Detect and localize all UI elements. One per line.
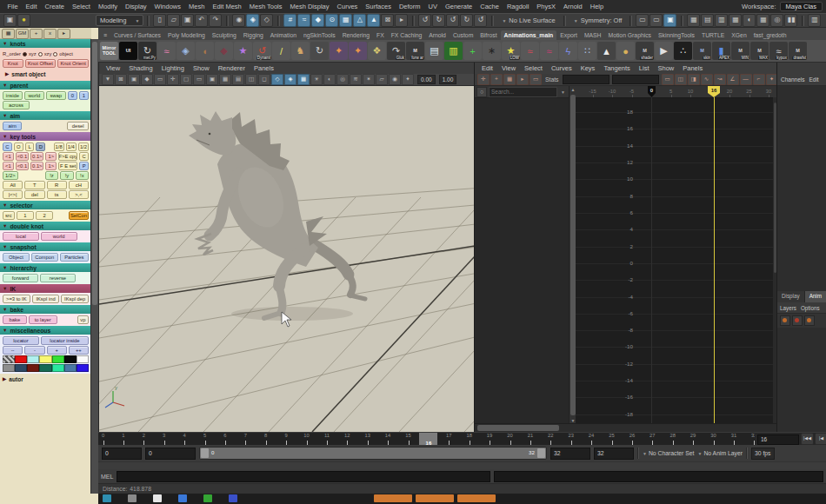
playback-start-field[interactable]: 0 [145,448,196,460]
shelf-tab-poly-modeling[interactable]: Poly Modeling [164,30,209,40]
button-ikspl-ind[interactable]: IKspl ind [32,295,60,303]
forward-arrow-icon[interactable]: Mforw ar [406,42,424,60]
menu-file[interactable]: File [3,3,22,10]
color-swatch-12[interactable] [52,364,64,372]
exposure-icon[interactable]: ✦ [402,74,414,85]
shelf-tab-skinningtools[interactable]: SkinningTools [655,30,698,40]
region-tool-icon[interactable]: ▭ [530,74,542,85]
shelf-tab-fast-gredoth[interactable]: fast_gredoth [750,30,790,40]
section-key-tools-header[interactable]: ▼key tools [0,132,91,141]
menu-edit[interactable]: Edit [22,3,41,10]
button-world[interactable]: world [41,232,77,241]
gate-mask-icon[interactable]: ▦ [219,74,231,85]
menu-mesh[interactable]: Mesh [185,3,209,10]
button-1[interactable]: 1 [17,211,34,220]
button-1[interactable]: 1> [45,152,57,161]
pause-icon[interactable]: ▮▮ [784,14,797,27]
button-particles[interactable]: Particles [60,253,89,262]
viewport-menu-view[interactable]: View [102,64,124,72]
button-item[interactable]: ++ [69,346,89,355]
character-set-dropdown[interactable]: ▼ No Character Set [643,450,694,456]
go-to-start-icon[interactable]: |◀◀ [801,433,814,445]
menu-generate[interactable]: Generate [441,3,476,10]
shelf-tab-rendering[interactable]: Rendering [339,30,373,40]
button-world[interactable]: world [24,91,44,100]
workspace-selector[interactable]: Workspace: Maya Clas [742,2,826,11]
button-t[interactable]: T [24,181,44,189]
bookmark-icon[interactable]: ◆ [141,74,153,85]
anim-points-icon[interactable]: ∴ [674,42,692,60]
make-live-icon[interactable]: ▲ [367,14,380,27]
button-selcon[interactable]: SelCon [69,211,89,220]
button-all[interactable]: All [3,181,23,189]
hypershade-window-icon[interactable]: ▭ [649,14,663,27]
layer-icon-3[interactable] [804,315,815,326]
shelf-tab-fx-caching[interactable]: FX Caching [388,30,426,40]
menu-help[interactable]: Help [586,3,607,10]
button-desel[interactable]: desel [67,122,89,130]
isolate-icon[interactable]: ◉ [389,74,401,85]
menu-curves[interactable]: Curves [333,3,362,10]
output-connections-icon[interactable]: ↻ [432,14,445,27]
layer-icon-1[interactable] [780,315,790,326]
snap-point-icon[interactable]: ◆ [311,14,324,27]
field-chart-icon[interactable]: ▤ [232,74,244,85]
frame-playback-icon[interactable]: ◨ [688,74,700,85]
render-sequence-icon[interactable]: ▦ [756,14,769,27]
color-swatch-14[interactable] [77,364,89,372]
aa-icon[interactable]: ✶ [363,74,375,85]
lattice-deform-icon[interactable]: ▦ [503,74,516,85]
spokes-icon[interactable]: ∗ [483,42,501,60]
button-c[interactable]: C [79,152,89,161]
clamped-tangent-icon[interactable]: ↝ [714,74,726,85]
layer-tab-anim[interactable]: Anim [805,291,826,302]
button-del[interactable]: del [24,190,44,199]
curve-graph-icon[interactable]: ≈ [157,42,176,60]
current-frame-marker[interactable]: 16 [708,86,720,97]
menu-select[interactable]: Select [69,3,95,10]
taskbar-app-4[interactable] [178,494,187,502]
lock-camera-icon[interactable]: ⊠ [115,74,127,85]
workspace-value[interactable]: Maya Clas [780,2,823,11]
drawfst-icon[interactable]: Mdrawfst [789,42,807,60]
select-component-icon[interactable]: ◇ [260,14,273,27]
fps-indicator[interactable]: 30 fps [751,448,775,460]
button-item[interactable]: >,< [69,190,89,199]
shelf-tab-animations-main[interactable]: Animations_main [501,30,557,40]
taskbar-app-active-1[interactable] [374,494,412,502]
open-scene-icon[interactable]: ▱ [167,14,180,27]
menu-ragdoll[interactable]: Ragdoll [503,3,532,10]
panel-grid-icon[interactable]: ▦ [2,29,15,39]
anim-layer-dropdown[interactable]: ▼ No Anim Layer [697,450,743,456]
button-item[interactable]: - [24,346,44,355]
button-vp[interactable]: vp [77,315,89,324]
button-across[interactable]: across [3,101,30,109]
shelf-tab-xgen[interactable]: XGen [728,30,749,40]
add-green-icon[interactable]: + [463,42,482,60]
section-miscellaneous-header[interactable]: ▼miscellaneous [0,326,91,335]
button-1-8[interactable]: 1/8 [54,143,64,151]
viewport-menu-lighting[interactable]: Lighting [157,64,189,72]
mirror-tool-icon[interactable]: Mirror TOOL [100,42,118,60]
max-m-icon[interactable]: MMAX [750,42,769,60]
layer-menu-options[interactable]: Options [801,305,820,311]
grid-points-icon[interactable]: ∷ [578,42,596,60]
step-tangent-icon[interactable]: ⌐ [753,74,765,85]
section-double-knot-header[interactable]: ▼double knot [0,222,91,230]
wireframe-icon[interactable]: ◇ [271,74,283,85]
button-swap[interactable]: swap [46,91,66,100]
linear-tangent-icon[interactable]: ∠ [727,74,739,85]
button-knot[interactable]: Knot [3,59,23,68]
section-bake-header[interactable]: ▼bake [0,305,91,314]
button-1[interactable]: <1 [3,162,14,170]
lock-selection-icon[interactable]: ⊠ [381,14,394,27]
frame-all-icon[interactable]: ▭ [662,74,674,85]
graph-menu-view[interactable]: View [497,64,520,72]
shelf-tab-fx[interactable]: FX [373,30,388,40]
radio-xzy[interactable] [38,52,43,56]
command-input[interactable] [117,471,490,482]
button-3-to-ik[interactable]: >=3 to IK [3,295,30,303]
panel-arrow-icon[interactable]: ▸ [57,29,70,39]
color-swatch-13[interactable] [64,364,77,372]
flat-tangent-icon[interactable]: — [740,74,752,85]
